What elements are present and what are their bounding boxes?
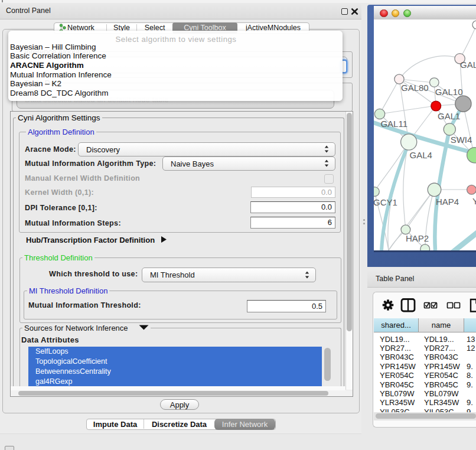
svg-text:GAL7: GAL7 [460,60,476,70]
svg-text:HAP4: HAP4 [436,197,459,207]
svg-text:GAL1: GAL1 [438,111,460,121]
svg-text:GAL10: GAL10 [435,87,463,97]
svg-text:HAP2: HAP2 [406,233,429,243]
svg-text:GAL11: GAL11 [380,119,407,129]
svg-text:GAL80: GAL80 [401,83,429,93]
svg-text:SWI4: SWI4 [451,135,472,145]
svg-text:GCY1: GCY1 [374,197,397,207]
svg-text:GAL4: GAL4 [410,150,432,160]
svg-text:Y: Y [472,196,476,206]
